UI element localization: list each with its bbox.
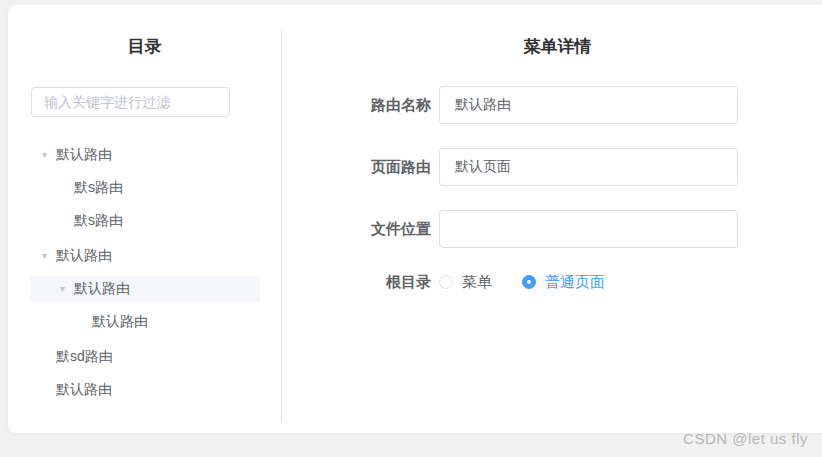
csdn-watermark: CSDN @let us fly (683, 430, 808, 447)
tree-filter-input[interactable] (31, 87, 230, 117)
form-row-root-directory: 根目录 菜单 普通页面 (281, 272, 822, 292)
vertical-divider (281, 30, 282, 423)
menu-detail-title: 菜单详情 (281, 37, 822, 57)
directory-panel-title: 目录 (8, 37, 281, 57)
radio-checked-icon[interactable] (522, 275, 536, 289)
tree-node[interactable]: ▾ 默s路由 (30, 175, 260, 201)
tree-node[interactable]: ▾ 默认路由 (30, 377, 260, 403)
radio-option-menu[interactable]: 菜单 (439, 273, 492, 292)
radio-option-label: 菜单 (462, 273, 492, 292)
tree-node-label: 默认路由 (56, 146, 112, 164)
tree-node-label: 默s路由 (74, 212, 123, 230)
caret-down-icon[interactable]: ▾ (42, 243, 56, 269)
route-name-input[interactable] (439, 86, 738, 124)
tree-node-label: 默s路由 (74, 179, 123, 197)
tree-node[interactable]: ▾ 默认路由 (30, 309, 260, 335)
form-row-route-name: 路由名称 (281, 86, 822, 124)
tree-node-label: 默认路由 (74, 280, 130, 298)
radio-unchecked-icon[interactable] (439, 275, 453, 289)
page-route-input[interactable] (439, 148, 738, 186)
tree-node[interactable]: ▾ 默sd路由 (30, 344, 260, 370)
form-row-file-location: 文件位置 (281, 210, 822, 248)
tree-node-label: 默sd路由 (56, 348, 113, 366)
file-location-label: 文件位置 (281, 220, 431, 239)
tree-node[interactable]: ▾ 默认路由 (30, 243, 260, 269)
radio-option-label: 普通页面 (545, 273, 605, 292)
root-directory-radio-group: 菜单 普通页面 (439, 273, 605, 292)
route-name-label: 路由名称 (281, 96, 431, 115)
form-row-page-route: 页面路由 (281, 148, 822, 186)
tree-node-label: 默认路由 (92, 313, 148, 331)
directory-panel: 目录 ▾ 默认路由 ▾ 默s路由 ▾ 默s路由 ▾ 默认路由 ▾ 默认路由 (8, 5, 281, 433)
menu-detail-panel: 菜单详情 路由名称 页面路由 文件位置 根目录 菜单 (281, 5, 822, 433)
file-location-input[interactable] (439, 210, 738, 248)
caret-down-icon[interactable]: ▾ (42, 142, 56, 168)
caret-down-icon[interactable]: ▾ (60, 276, 74, 302)
tree-node-label: 默认路由 (56, 381, 112, 399)
radio-option-normal-page[interactable]: 普通页面 (522, 273, 605, 292)
tree-node[interactable]: ▾ 默认路由 (30, 142, 260, 168)
tree-node-selected[interactable]: ▾ 默认路由 (30, 276, 260, 302)
main-card: 目录 ▾ 默认路由 ▾ 默s路由 ▾ 默s路由 ▾ 默认路由 ▾ 默认路由 (8, 5, 822, 433)
tree-node[interactable]: ▾ 默s路由 (30, 208, 260, 234)
root-directory-label: 根目录 (281, 273, 431, 292)
page-route-label: 页面路由 (281, 158, 431, 177)
menu-detail-form: 路由名称 页面路由 文件位置 根目录 菜单 (281, 86, 822, 292)
tree-node-label: 默认路由 (56, 247, 112, 265)
route-tree: ▾ 默认路由 ▾ 默s路由 ▾ 默s路由 ▾ 默认路由 ▾ 默认路由 ▾ 默认路… (30, 142, 260, 403)
